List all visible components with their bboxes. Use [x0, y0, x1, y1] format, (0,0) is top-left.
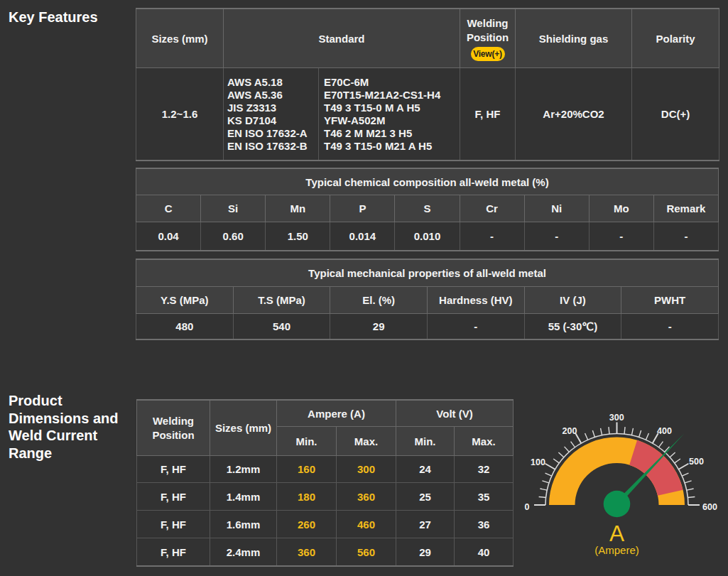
svg-text:300: 300	[609, 413, 624, 423]
svg-text:(Ampere): (Ampere)	[594, 544, 639, 556]
svg-text:A: A	[609, 521, 624, 546]
svg-text:600: 600	[702, 502, 717, 512]
svg-text:100: 100	[531, 457, 545, 467]
svg-text:500: 500	[689, 457, 704, 467]
svg-text:200: 200	[563, 426, 577, 436]
svg-text:400: 400	[657, 426, 672, 436]
svg-text:0: 0	[525, 502, 530, 512]
